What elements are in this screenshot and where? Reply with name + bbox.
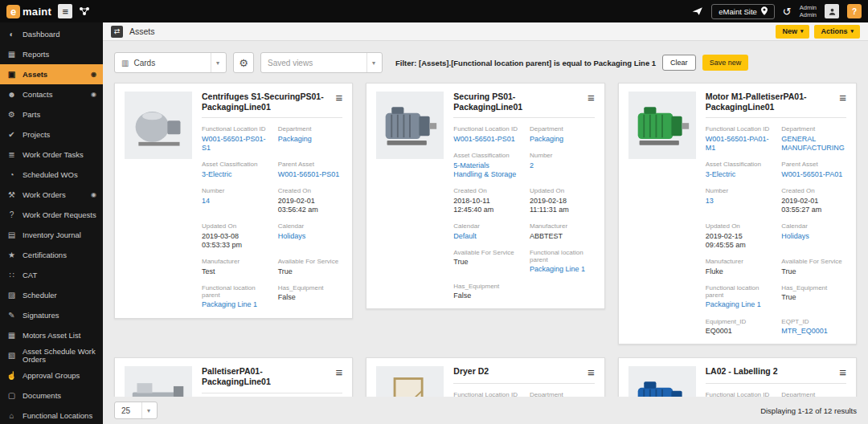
field-value[interactable]: 13 <box>706 197 771 206</box>
sidebar-item-functional-locations[interactable]: ⌂Functional Locations <box>0 406 103 424</box>
field-value[interactable]: W001-56501-PS01 <box>278 170 343 179</box>
sidebar-item-assets[interactable]: ▣Assets◉ <box>0 64 103 84</box>
sidebar-item-motors-asset-list[interactable]: ▦Motors Asset List <box>0 325 103 345</box>
sidebar-item-signatures[interactable]: ✎Signatures <box>0 305 103 325</box>
field-value[interactable]: 5-Materials Handling & Storage <box>453 161 518 180</box>
field: CalendarHolidays <box>278 222 343 250</box>
saved-views-select[interactable]: Saved views ▾ <box>260 52 383 73</box>
sidebar-item-work-order-requests[interactable]: ?Work Order Requests <box>0 205 103 225</box>
field-value[interactable]: 3-Electric <box>706 170 771 179</box>
field-value[interactable]: W001-56501-PS01 <box>453 135 518 144</box>
filter-summary: Filter: [Assets].[Functional location pa… <box>395 59 656 67</box>
chevron-down-icon: ▾ <box>141 402 150 418</box>
field: Updated On2019-03-08 03:53:33 pm <box>202 222 267 250</box>
module-switch-icon[interactable]: ⇄ <box>111 26 123 38</box>
page-size-select[interactable]: 25 ▾ <box>114 402 158 419</box>
field-value[interactable]: W001-56501-PA01 <box>781 170 846 179</box>
hamburger-menu-icon[interactable]: ≡ <box>58 4 72 18</box>
actions-button[interactable]: Actions ▾ <box>814 25 860 39</box>
emaint-logo[interactable]: e maint <box>6 5 51 18</box>
asset-card-header: Motor M1-PalletiserPA01-PackagingLine01≡ <box>706 92 846 118</box>
asset-card: Centrifuges S1-SecuringPS01-PackagingLin… <box>114 83 353 319</box>
help-button[interactable]: ? <box>847 4 862 18</box>
user-name: Admin Admin <box>800 4 817 19</box>
sidebar-item-work-orders[interactable]: ⚒Work Orders◉ <box>0 185 103 205</box>
card-menu-icon[interactable]: ≡ <box>588 92 595 104</box>
field-value[interactable]: MTR_EQ0001 <box>781 327 846 336</box>
field: EQPT_IDMTR_EQ0001 <box>781 318 846 336</box>
view-settings-gear-button[interactable]: ⚙ <box>233 52 254 73</box>
sidebar-item-label: Certifications <box>23 251 67 259</box>
field-value[interactable]: Packaging <box>278 135 343 144</box>
sidebar-item-inventory-journal[interactable]: ▤Inventory Journal <box>0 225 103 245</box>
field-value[interactable]: Holidays <box>781 232 846 241</box>
clear-filter-button[interactable]: Clear <box>662 55 696 71</box>
page-title: Assets <box>129 26 155 36</box>
person-icon <box>828 7 837 16</box>
asset-card-header: Centrifuges S1-SecuringPS01-PackagingLin… <box>202 92 342 118</box>
field-label: Functional location parent <box>706 284 771 299</box>
field-value[interactable]: Default <box>453 232 518 241</box>
sidebar-item-approval-groups[interactable]: ☝Approval Groups <box>0 365 103 385</box>
field-label: Number <box>202 187 267 194</box>
asset-card-title[interactable]: PalletiserPA01-PackagingLine01 <box>202 366 336 387</box>
history-icon[interactable]: ↺ <box>783 6 792 18</box>
sidebar-item-label: Contacts <box>23 91 53 99</box>
save-new-view-button[interactable]: Save new <box>702 55 749 71</box>
sidebar-item-scheduled-wos[interactable]: ◔Scheduled WOs <box>0 165 103 185</box>
sidebar-item-certifications[interactable]: ★Certifications <box>0 245 103 265</box>
asset-card-title[interactable]: LA02 - Labelling 2 <box>706 366 840 377</box>
view-mode-select[interactable]: ▥ Cards ▾ <box>114 52 227 73</box>
field-value[interactable]: W001-56501-PA01-M1 <box>706 135 771 153</box>
asset-card-title[interactable]: Securing PS01-PackagingLine01 <box>453 92 588 112</box>
asset-fields: Functional Location IDW001-56501-PS01Dep… <box>453 125 594 300</box>
field-value: 2019-02-18 11:11:31 am <box>530 197 595 215</box>
field-label: Calendar <box>278 222 343 230</box>
sidebar-item-scheduler[interactable]: ▨Scheduler <box>0 285 103 305</box>
sidebar-item-dashboard[interactable]: ◐Dashboard <box>0 24 103 44</box>
sidebar-item-parts[interactable]: ⚙Parts <box>0 104 103 124</box>
asset-card-header: Securing PS01-PackagingLine01≡ <box>453 92 594 118</box>
field-label: Functional Location ID <box>706 391 771 397</box>
new-button[interactable]: New ▾ <box>776 25 809 39</box>
announcements-icon[interactable] <box>692 6 703 16</box>
field-value[interactable]: Packaging Line 1 <box>530 265 595 274</box>
field-value[interactable]: Packaging Line 1 <box>202 300 267 309</box>
motors-asset-list-icon: ▦ <box>6 331 17 340</box>
field: Parent AssetW001-56501-PS01 <box>278 161 343 179</box>
field-value[interactable]: Packaging Line 1 <box>706 300 771 309</box>
asset-card-title[interactable]: Motor M1-PalletiserPA01-PackagingLine01 <box>706 92 840 112</box>
field-value[interactable]: W001-56501-PS01-S1 <box>202 135 267 153</box>
sidebar-item-contacts[interactable]: ☻Contacts◉ <box>0 84 103 104</box>
sidebar-item-projects[interactable]: ✔Projects <box>0 124 103 145</box>
field-value[interactable]: 2 <box>530 161 595 170</box>
sitemap-icon[interactable] <box>79 6 90 16</box>
field-value[interactable]: Holidays <box>278 232 343 241</box>
sidebar-item-reports[interactable]: ▦Reports <box>0 44 103 64</box>
asset-card-title[interactable]: Centrifuges S1-SecuringPS01-PackagingLin… <box>202 92 336 112</box>
signatures-icon: ✎ <box>6 311 17 320</box>
card-menu-icon[interactable]: ≡ <box>588 366 595 378</box>
field-value[interactable]: Packaging <box>530 135 595 144</box>
sidebar-item-asset-schedule-work-orders[interactable]: ▧Asset Schedule Work Orders <box>0 345 103 365</box>
field: Functional Location IDW001-56501-PS01-S1 <box>202 125 267 153</box>
field: DepartmentGENERAL MANUFACTURING <box>530 391 595 397</box>
asset-card-title[interactable]: Dryer D2 <box>453 366 588 377</box>
card-menu-icon[interactable]: ≡ <box>839 92 846 104</box>
card-menu-icon[interactable]: ≡ <box>839 366 846 378</box>
asset-card: Securing PS01-PackagingLine01≡Functional… <box>366 83 604 309</box>
field-label: Updated On <box>530 187 595 194</box>
sidebar-item-cat[interactable]: ∷CAT <box>0 265 103 285</box>
view-mode-value: Cards <box>133 59 206 67</box>
profile-button[interactable] <box>825 4 839 18</box>
field-label: Manufacturer <box>202 258 267 265</box>
field-value[interactable]: GENERAL MANUFACTURING <box>781 135 846 153</box>
field-value[interactable]: 14 <box>202 197 267 206</box>
sidebar-item-work-order-tasks[interactable]: ≣Work Order Tasks <box>0 145 103 165</box>
field: Functional location parentPackaging Line… <box>530 249 595 275</box>
card-menu-icon[interactable]: ≡ <box>336 366 343 378</box>
sidebar-item-documents[interactable]: ▢Documents <box>0 385 103 406</box>
site-selector[interactable]: eMaint Site <box>711 4 775 19</box>
field-value[interactable]: 3-Electric <box>202 170 267 179</box>
card-menu-icon[interactable]: ≡ <box>336 92 343 104</box>
